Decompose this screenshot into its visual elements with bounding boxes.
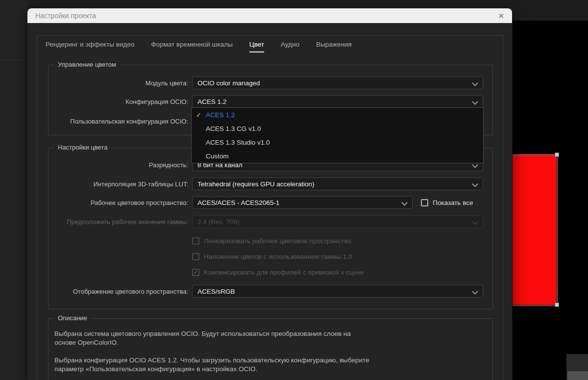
row-display-space: Отображение цветового пространства: ACES… xyxy=(49,285,492,298)
depth-label: Разрядность: xyxy=(49,161,188,169)
row-linearize: Линеаризовать рабочее цветовое пространс… xyxy=(49,237,492,245)
assumed-gamma-dropdown: 2.4 (Rec. 709) xyxy=(192,215,483,228)
tab-audio[interactable]: Аудио xyxy=(281,41,299,52)
dialog-title: Настройки проекта xyxy=(35,12,96,20)
group-description: Описание Выбрана система цветового управ… xyxy=(48,318,493,380)
assumed-gamma-value: 2.4 (Rec. 709) xyxy=(197,218,240,226)
tab-color[interactable]: Цвет xyxy=(249,41,264,52)
custom-ocio-config-label: Пользовательская конфигурация OCIO: xyxy=(49,118,188,125)
lut-interpolation-value: Tetrahedral (requires GPU acceleration) xyxy=(197,180,315,188)
working-space-value: ACES/ACES - ACES2065-1 xyxy=(197,199,279,206)
display-space-label: Отображение цветового пространства: xyxy=(49,288,188,295)
project-settings-dialog: Настройки проекта × Рендеринг и эффекты … xyxy=(27,8,512,380)
description-line: Выбрана система цветового управления OCI… xyxy=(54,329,351,338)
menu-item-aces-1-2[interactable]: ✓ ACES 1.2 xyxy=(192,108,483,122)
blend-gamma-checkbox xyxy=(192,253,199,260)
compensate-checkbox: ✓ xyxy=(192,269,199,276)
layer-selection-outline xyxy=(510,154,558,306)
check-icon: ✓ xyxy=(194,270,198,275)
dialog-titlebar: Настройки проекта × xyxy=(27,8,512,23)
selection-handle-top-right[interactable] xyxy=(555,152,559,157)
tab-expressions[interactable]: Выражения xyxy=(316,41,352,52)
display-space-value: ACES/sRGB xyxy=(197,288,235,295)
description-line: параметр «Пользовательская конфигурация»… xyxy=(54,365,257,374)
chevron-down-icon xyxy=(472,80,478,86)
ocio-config-dropdown[interactable]: ACES 1.2 xyxy=(192,95,483,108)
chevron-down-icon xyxy=(401,200,408,206)
ocio-config-label: Конфигурация OCIO: xyxy=(49,98,188,105)
blend-gamma-label: Наложение цветов с использованием гаммы … xyxy=(204,253,352,260)
app-left-strip xyxy=(0,0,27,380)
working-space-dropdown[interactable]: ACES/ACES - ACES2065-1 xyxy=(192,196,413,209)
row-compensate: ✓ Компенсировать для профилей с привязко… xyxy=(49,269,492,276)
color-engine-label: Модуль цвета: xyxy=(49,79,188,87)
group-color-settings: Настройки цвета Разрядность: 8 бит на ка… xyxy=(48,148,493,309)
menu-item-aces-1-3-studio[interactable]: ACES 1.3 Studio v1.0 xyxy=(192,135,483,149)
menu-item-label: Custom xyxy=(206,152,229,160)
chevron-down-icon xyxy=(472,181,478,187)
panel-divider-line xyxy=(0,60,27,60)
lut-interpolation-label: Интерполяция 3D-таблицы LUT: xyxy=(49,180,188,188)
tab-timeline[interactable]: Формат временной шкалы xyxy=(151,41,233,52)
row-blend-gamma: Наложение цветов с использованием гаммы … xyxy=(49,253,492,260)
row-assumed-gamma: Предположить рабочее значение гаммы: 2.4… xyxy=(49,215,492,228)
tab-rendering[interactable]: Рендеринг и эффекты видео xyxy=(46,41,134,52)
group-color-management-title: Управление цветом xyxy=(54,61,120,68)
row-lut-interpolation: Интерполяция 3D-таблицы LUT: Tetrahedral… xyxy=(49,177,492,190)
group-description-title: Описание xyxy=(54,314,91,322)
group-color-settings-title: Настройки цвета xyxy=(54,144,111,151)
ocio-config-value: ACES 1.2 xyxy=(197,98,226,105)
menu-item-label: ACES 1.2 xyxy=(206,111,235,119)
linearize-checkbox xyxy=(192,237,199,245)
row-working-space: Рабочее цветовое пространство: ACES/ACES… xyxy=(49,196,492,209)
chevron-down-icon xyxy=(472,219,478,225)
show-all-label: Показать все xyxy=(433,199,473,206)
menu-item-label: ACES 1.3 CG v1.0 xyxy=(206,125,261,132)
dialog-content-panel: Рендеринг и эффекты видео Формат временн… xyxy=(37,35,503,380)
check-icon: ✓ xyxy=(196,111,206,119)
row-color-engine: Модуль цвета: OCIO color managed xyxy=(49,76,492,89)
row-ocio-config: Конфигурация OCIO: ACES 1.2 xyxy=(49,95,492,108)
lut-interpolation-dropdown[interactable]: Tetrahedral (requires GPU acceleration) xyxy=(192,177,483,190)
selection-handle-bottom-right[interactable] xyxy=(555,303,559,307)
working-space-label: Рабочее цветовое пространство: xyxy=(49,199,188,206)
menu-item-label: ACES 1.3 Studio v1.0 xyxy=(206,139,270,146)
description-line: основе OpenColorIO. xyxy=(54,338,119,347)
settings-tabs: Рендеринг и эффекты видео Формат временн… xyxy=(46,41,352,52)
color-engine-value: OCIO color managed xyxy=(197,79,260,87)
close-icon[interactable]: × xyxy=(498,11,504,21)
background-panel-corner-gray xyxy=(567,371,588,380)
show-all-checkbox[interactable] xyxy=(421,199,428,206)
color-engine-dropdown[interactable]: OCIO color managed xyxy=(192,76,483,89)
menu-item-aces-1-3-cg[interactable]: ACES 1.3 CG v1.0 xyxy=(192,122,483,135)
assumed-gamma-label: Предположить рабочее значение гаммы: xyxy=(49,218,188,226)
chevron-down-icon xyxy=(472,288,478,295)
menu-item-custom[interactable]: Custom xyxy=(192,149,483,163)
ocio-config-menu: ✓ ACES 1.2 ACES 1.3 CG v1.0 ACES 1.3 Stu… xyxy=(191,107,484,163)
linearize-label: Линеаризовать рабочее цветовое пространс… xyxy=(204,237,351,245)
chevron-down-icon xyxy=(472,99,478,105)
compensate-label: Компенсировать для профилей с привязкой … xyxy=(204,269,364,276)
display-space-dropdown[interactable]: ACES/sRGB xyxy=(192,285,483,298)
description-line: Выбрана конфигурация OCIO ACES 1.2. Чтоб… xyxy=(54,356,369,365)
